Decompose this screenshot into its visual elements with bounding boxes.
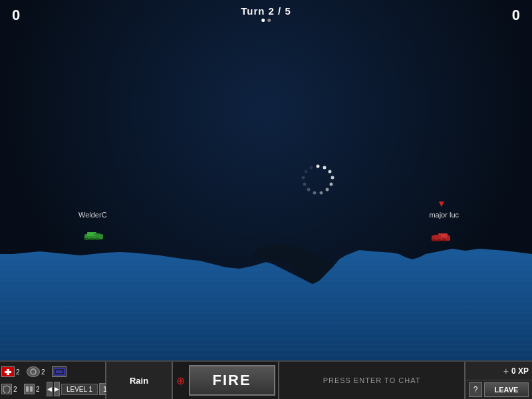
terrain [0,214,532,360]
svg-point-3 [331,176,334,180]
blue-weapon-icon [52,366,66,377]
svg-rect-31 [26,386,29,392]
svg-rect-25 [442,239,446,241]
svg-point-0 [317,165,320,168]
fire-area: ⊕ FIRE [173,362,279,399]
health-icon [1,366,15,377]
svg-point-28 [31,369,36,374]
svg-rect-19 [95,238,99,240]
nav-next-button[interactable]: ▶ [54,382,60,396]
weapon-count-2: 2 [41,368,51,376]
svg-point-4 [330,183,333,186]
turn-info: Turn 2 / 5 [241,5,291,22]
weapon-count-1: 2 [16,368,25,376]
svg-point-5 [326,188,329,192]
plus-icon: + [503,366,509,376]
leave-row: ? LEAVE [466,380,532,399]
svg-rect-18 [90,238,94,240]
weapon-row-2: 2 2 ◀ ▶ LEVEL 1 1 ↺ [1,380,104,398]
svg-point-6 [320,192,323,195]
legs-icon [24,384,35,394]
weather-display: Rain [106,362,173,399]
weapon-row-1: 2 2 [1,363,104,380]
weather-label: Rain [130,376,148,386]
turn-dots [241,19,291,22]
xp-row: + 0 XP [466,362,532,380]
svg-rect-30 [56,370,63,373]
chat-area[interactable]: PRESS ENTER TO CHAT [279,362,466,399]
weapon-panel: 2 2 2 2 ◀ ▶ LEVEL 1 1 [0,362,106,399]
level-label: LEVEL 1 [61,384,98,395]
svg-rect-22 [434,235,441,237]
score-right: 0 [512,7,520,24]
svg-point-9 [303,183,307,186]
svg-point-11 [305,170,308,174]
loading-circle [298,160,338,200]
weapon-count-3: 2 [13,386,23,393]
svg-point-10 [302,176,305,180]
svg-rect-17 [84,238,88,240]
xp-leave-panel: + 0 XP ? LEAVE [466,362,532,399]
svg-point-8 [307,188,311,192]
score-left: 0 [12,7,20,24]
svg-point-7 [313,192,317,195]
game-area: 0 0 Turn 2 / 5 [0,0,532,360]
xp-label: 0 XP [511,366,529,376]
svg-point-1 [323,166,327,170]
svg-rect-27 [7,369,9,375]
arrow-indicator: ▼ [437,198,446,209]
svg-rect-23 [432,239,436,241]
turn-dot-1 [261,19,265,22]
nav-prev-button[interactable]: ◀ [47,382,53,396]
svg-rect-32 [30,386,33,392]
svg-point-2 [329,170,332,174]
circle-icon [27,366,40,377]
tank-green [84,230,106,241]
svg-rect-16 [94,233,100,235]
leave-button[interactable]: LEAVE [484,382,529,397]
turn-text: Turn 2 / 5 [241,5,291,17]
crosshair-icon: ⊕ [176,374,185,387]
hud: 2 2 2 2 ◀ ▶ LEVEL 1 1 [0,360,532,399]
fire-button[interactable]: FIRE [189,365,275,396]
help-button[interactable]: ? [469,382,482,397]
svg-point-12 [310,166,313,170]
weapon-count-4: 2 [36,386,45,393]
shield-icon [1,384,12,394]
chat-placeholder: PRESS ENTER TO CHAT [323,376,421,384]
tank-red [429,231,450,242]
turn-dot-2 [267,19,271,22]
svg-rect-24 [437,239,441,241]
